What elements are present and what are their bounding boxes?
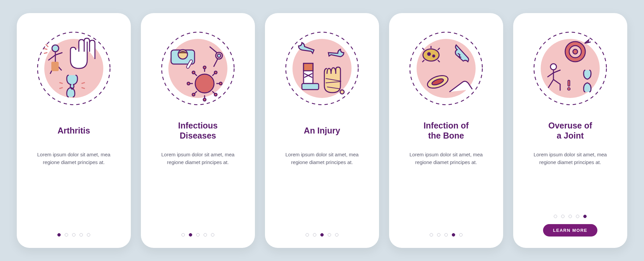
- dot[interactable]: [313, 233, 316, 237]
- dot[interactable]: [57, 233, 61, 237]
- injury-icon: [283, 30, 361, 107]
- dot[interactable]: [459, 233, 463, 237]
- dot[interactable]: [569, 215, 572, 218]
- svg-point-23: [214, 71, 217, 74]
- dot[interactable]: [444, 233, 448, 237]
- dot[interactable]: [328, 233, 331, 237]
- svg-point-19: [219, 82, 222, 85]
- card-title: Arthritis: [57, 120, 90, 141]
- dot[interactable]: [430, 233, 433, 237]
- svg-point-15: [203, 98, 206, 101]
- svg-point-27: [214, 93, 217, 96]
- card-footer: LEARN MORE: [513, 215, 627, 237]
- dot[interactable]: [181, 233, 185, 237]
- card-footer: [141, 233, 255, 237]
- dot[interactable]: [320, 233, 324, 237]
- overuse-icon: [532, 30, 609, 107]
- pagination-dots[interactable]: [181, 233, 214, 237]
- card-footer: [17, 233, 131, 237]
- card-title: Infection ofthe Bone: [424, 120, 469, 141]
- dot[interactable]: [79, 233, 83, 237]
- svg-point-38: [423, 49, 439, 61]
- dot[interactable]: [211, 233, 214, 237]
- svg-rect-32: [302, 84, 319, 90]
- pagination-dots[interactable]: [554, 215, 587, 218]
- pagination-dots[interactable]: [57, 233, 90, 237]
- card-title: An Injury: [304, 120, 340, 141]
- card-footer: [389, 233, 503, 237]
- arthritis-icon: [35, 30, 112, 107]
- svg-point-2: [52, 45, 59, 52]
- card-description: Lorem ipsum dolor sit amet, mea regione …: [527, 151, 614, 166]
- card-title: InfectiousDiseases: [178, 120, 218, 141]
- svg-point-52: [573, 49, 578, 54]
- dot[interactable]: [189, 233, 192, 237]
- svg-point-25: [192, 93, 195, 96]
- dot[interactable]: [196, 233, 200, 237]
- card-bone-infection: Infection ofthe Bone Lorem ipsum dolor s…: [389, 13, 503, 248]
- dot[interactable]: [335, 233, 338, 237]
- dot[interactable]: [583, 215, 587, 218]
- bone-infection-icon: [408, 30, 485, 107]
- learn-more-button[interactable]: LEARN MORE: [543, 224, 597, 237]
- svg-point-21: [192, 71, 195, 74]
- card-arthritis: Arthritis Lorem ipsum dolor sit amet, me…: [17, 13, 131, 248]
- card-overuse-joint: Overuse ofa Joint Lorem ipsum dolor sit …: [513, 13, 627, 248]
- card-description: Lorem ipsum dolor sit amet, mea regione …: [278, 151, 366, 166]
- dot[interactable]: [306, 233, 309, 237]
- svg-point-39: [428, 53, 430, 55]
- card-infectious-diseases: InfectiousDiseases Lorem ipsum dolor sit…: [141, 13, 255, 248]
- svg-point-13: [203, 66, 206, 69]
- dot[interactable]: [204, 233, 207, 237]
- svg-point-55: [568, 88, 570, 90]
- card-description: Lorem ipsum dolor sit amet, mea regione …: [30, 151, 117, 166]
- dot[interactable]: [87, 233, 90, 237]
- dot[interactable]: [561, 215, 565, 218]
- svg-rect-54: [568, 80, 570, 86]
- dot[interactable]: [576, 215, 579, 218]
- pagination-dots[interactable]: [430, 233, 463, 237]
- svg-point-10: [217, 54, 221, 57]
- card-title: Overuse ofa Joint: [548, 120, 592, 141]
- dot[interactable]: [72, 233, 75, 237]
- card-description: Lorem ipsum dolor sit amet, mea regione …: [154, 151, 241, 166]
- svg-line-41: [422, 48, 424, 50]
- card-footer: [265, 233, 379, 237]
- svg-point-17: [187, 82, 190, 85]
- svg-point-11: [195, 74, 214, 93]
- svg-rect-3: [51, 62, 59, 71]
- cards-row: Arthritis Lorem ipsum dolor sit amet, me…: [3, 0, 641, 261]
- card-description: Lorem ipsum dolor sit amet, mea regione …: [402, 151, 490, 166]
- dot[interactable]: [452, 233, 455, 237]
- dot[interactable]: [437, 233, 440, 237]
- svg-point-40: [433, 55, 435, 57]
- infectious-icon: [159, 30, 236, 107]
- card-injury: An Injury Lorem ipsum dolor sit amet, me…: [265, 13, 379, 248]
- svg-rect-31: [304, 63, 313, 71]
- dot[interactable]: [554, 215, 557, 218]
- svg-point-53: [550, 64, 556, 70]
- dot[interactable]: [65, 233, 68, 237]
- pagination-dots[interactable]: [306, 233, 338, 237]
- svg-point-35: [340, 90, 344, 94]
